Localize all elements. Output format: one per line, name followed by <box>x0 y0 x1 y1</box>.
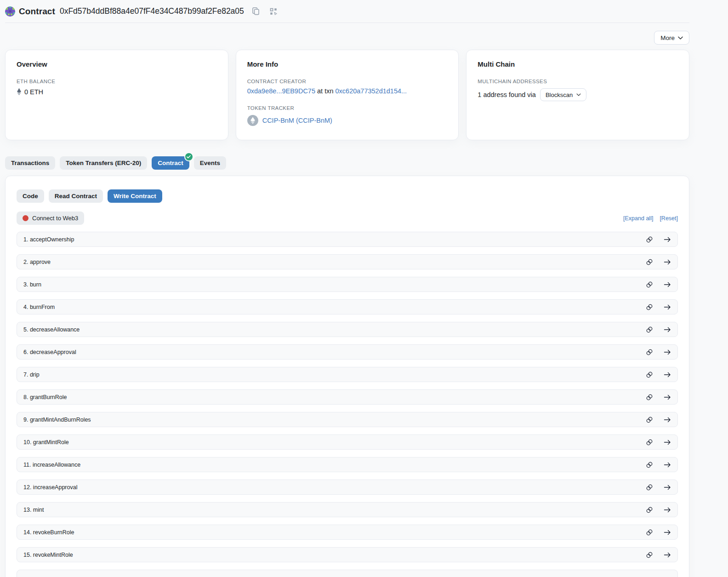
verified-check-icon <box>185 153 193 160</box>
method-expand-arrow-icon[interactable] <box>664 507 671 513</box>
method-name: 15. revokeMintRole <box>23 552 73 558</box>
method-accordion-row[interactable]: 12. increaseApproval <box>17 480 678 495</box>
method-expand-arrow-icon[interactable] <box>664 417 671 423</box>
token-tracker-link[interactable]: CCIP-BnM (CCIP-BnM) <box>262 117 332 124</box>
method-permalink-icon[interactable] <box>646 551 653 559</box>
connection-status-dot <box>23 215 28 221</box>
method-expand-arrow-icon[interactable] <box>664 394 671 400</box>
page-title: Contract <box>19 6 55 17</box>
contract-subtabs: Code Read Contract Write Contract <box>17 189 678 203</box>
method-permalink-icon[interactable] <box>646 394 653 401</box>
multichain-card: Multi Chain MULTICHAIN ADDRESSES 1 addre… <box>466 50 689 140</box>
method-name: 1. acceptOwnership <box>23 236 74 243</box>
method-permalink-icon[interactable] <box>646 529 653 536</box>
contract-panel: Code Read Contract Write Contract Connec… <box>5 176 689 577</box>
summary-cards: Overview ETH BALANCE 0 ETH More Info CON… <box>5 50 689 140</box>
method-accordion-row[interactable]: 7. drip <box>17 367 678 382</box>
method-permalink-icon[interactable] <box>646 439 653 446</box>
method-accordion-row[interactable]: 11. increaseAllowance <box>17 457 678 472</box>
ethereum-icon <box>17 88 22 96</box>
method-permalink-icon[interactable] <box>646 258 653 266</box>
method-expand-arrow-icon[interactable] <box>664 439 671 446</box>
provider-label: Blockscan <box>546 91 573 98</box>
more-info-card: More Info CONTRACT CREATOR 0xda9e8e...9E… <box>236 50 459 140</box>
write-contract-toolbar: Connect to Web3 [Expand all] [Reset] <box>17 211 678 225</box>
method-accordion-row[interactable]: 4. burnFrom <box>17 299 678 314</box>
method-expand-arrow-icon[interactable] <box>664 304 671 310</box>
token-tracker-label: TOKEN TRACKER <box>247 105 448 111</box>
method-name: 5. decreaseAllowance <box>23 326 80 333</box>
method-name: 7. drip <box>23 371 40 378</box>
method-name: 2. approve <box>23 259 51 265</box>
tab-token-transfers[interactable]: Token Transfers (ERC-20) <box>60 156 147 170</box>
creator-address-link[interactable]: 0xda9e8e...9EB9DC75 <box>247 87 315 95</box>
method-expand-arrow-icon[interactable] <box>664 259 671 265</box>
method-accordion-row[interactable]: 6. decreaseApproval <box>17 344 678 360</box>
method-accordion-row[interactable]: 1. acceptOwnership <box>17 232 678 247</box>
method-row-partial[interactable] <box>17 570 678 577</box>
method-expand-arrow-icon[interactable] <box>664 349 671 355</box>
subtab-write-contract[interactable]: Write Contract <box>108 189 162 203</box>
method-expand-arrow-icon[interactable] <box>664 552 671 558</box>
method-expand-arrow-icon[interactable] <box>664 529 671 536</box>
method-name: 8. grantBurnRole <box>23 394 67 400</box>
method-permalink-icon[interactable] <box>646 303 653 311</box>
tab-transactions[interactable]: Transactions <box>5 156 55 170</box>
copy-address-icon[interactable] <box>250 6 262 17</box>
page-toolbar: More <box>5 31 689 45</box>
method-name: 13. mint <box>23 507 44 513</box>
overview-title: Overview <box>17 60 217 68</box>
method-permalink-icon[interactable] <box>646 281 653 288</box>
multichain-provider-select[interactable]: Blockscan <box>540 88 586 101</box>
method-expand-arrow-icon[interactable] <box>664 462 671 468</box>
method-accordion-row[interactable]: 9. grantMintAndBurnRoles <box>17 412 678 427</box>
connect-label: Connect to Web3 <box>32 215 78 222</box>
method-name: 4. burnFrom <box>23 304 55 310</box>
tab-events[interactable]: Events <box>194 156 226 170</box>
reset-link[interactable]: [Reset] <box>660 215 678 222</box>
creator-connector-text: at txn <box>317 87 333 95</box>
creation-txn-link[interactable]: 0xc620a77352d1d154... <box>336 87 407 95</box>
connect-to-web3-button[interactable]: Connect to Web3 <box>17 211 84 225</box>
method-permalink-icon[interactable] <box>646 348 653 356</box>
method-expand-arrow-icon[interactable] <box>664 236 671 243</box>
method-accordion-row[interactable]: 8. grantBurnRole <box>17 389 678 405</box>
multichain-addresses-label: MULTICHAIN ADDRESSES <box>478 79 678 84</box>
method-name: 10. grantMintRole <box>23 439 69 446</box>
more-label: More <box>660 34 675 41</box>
method-permalink-icon[interactable] <box>646 236 653 243</box>
method-permalink-icon[interactable] <box>646 326 653 333</box>
expand-all-link[interactable]: [Expand all] <box>623 215 653 222</box>
method-accordion-row[interactable]: 5. decreaseAllowance <box>17 322 678 337</box>
method-expand-arrow-icon[interactable] <box>664 371 671 378</box>
method-permalink-icon[interactable] <box>646 484 653 491</box>
subtab-read-contract[interactable]: Read Contract <box>49 189 103 203</box>
method-name: 9. grantMintAndBurnRoles <box>23 417 91 423</box>
method-permalink-icon[interactable] <box>646 506 653 514</box>
methods-list: 1. acceptOwnership 2. approve <box>17 232 678 562</box>
method-accordion-row[interactable]: 2. approve <box>17 254 678 269</box>
eth-balance-value: 0 ETH <box>24 88 43 96</box>
method-permalink-icon[interactable] <box>646 416 653 423</box>
page-header: Contract 0xFd57b4ddBf88a4e07fF4e34C487b9… <box>5 0 689 23</box>
method-expand-arrow-icon[interactable] <box>664 281 671 288</box>
method-permalink-icon[interactable] <box>646 371 653 378</box>
method-accordion-row[interactable]: 15. revokeMintRole <box>17 547 678 562</box>
method-accordion-row[interactable]: 10. grantMintRole <box>17 434 678 450</box>
tab-contract[interactable]: Contract <box>152 156 189 170</box>
method-accordion-row[interactable]: 14. revokeBurnRole <box>17 525 678 540</box>
method-expand-arrow-icon[interactable] <box>664 484 671 491</box>
method-expand-arrow-icon[interactable] <box>664 326 671 333</box>
method-name: 12. increaseApproval <box>23 484 77 491</box>
qr-code-icon[interactable] <box>268 6 279 17</box>
subtab-code[interactable]: Code <box>17 189 44 203</box>
chevron-down-icon <box>678 36 683 40</box>
more-dropdown-button[interactable]: More <box>654 31 689 45</box>
method-name: 6. decreaseApproval <box>23 349 76 355</box>
overview-card: Overview ETH BALANCE 0 ETH <box>5 50 228 140</box>
address-tabs: Transactions Token Transfers (ERC-20) Co… <box>5 156 689 170</box>
method-permalink-icon[interactable] <box>646 461 653 468</box>
method-accordion-row[interactable]: 13. mint <box>17 502 678 517</box>
method-accordion-row[interactable]: 3. burn <box>17 277 678 292</box>
contract-identicon <box>5 6 15 17</box>
